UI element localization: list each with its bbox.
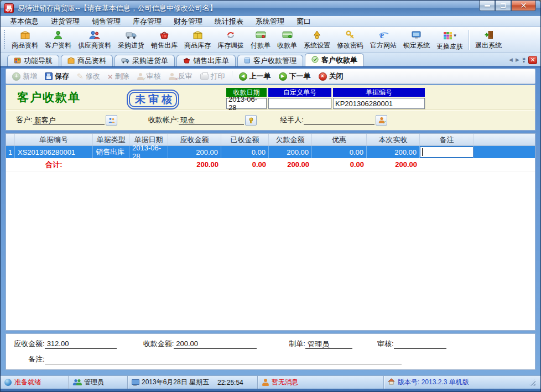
- tab-overflow-icon[interactable]: »▾: [522, 57, 526, 63]
- transfer-arrows-icon: [226, 29, 236, 40]
- col-remark[interactable]: 备注: [420, 134, 474, 145]
- doc-number-input[interactable]: KP201306280001: [333, 98, 425, 109]
- remark-cell[interactable]: [420, 146, 474, 158]
- toolbar-transfer-button[interactable]: 库存调拨: [214, 28, 247, 51]
- toolbar-stock-button[interactable]: 商品库存: [181, 28, 214, 51]
- maximize-button[interactable]: [495, 1, 511, 11]
- maximize-icon: [501, 3, 506, 8]
- toolbar-settings-button[interactable]: 系统设置: [300, 28, 334, 51]
- print-button[interactable]: 打印: [196, 70, 229, 82]
- supplier-persons-icon: [89, 29, 100, 40]
- summary-received-label: 收款金额:: [143, 339, 174, 349]
- message-person-icon: [262, 379, 269, 386]
- menu-item-window[interactable]: 窗口: [290, 16, 317, 27]
- toolbar-receipt-button[interactable]: 收款单: [274, 28, 300, 51]
- prev-record-button[interactable]: ◀ 上一单: [235, 70, 275, 82]
- menu-item-sales[interactable]: 销售管理: [86, 16, 127, 27]
- skin-dropdown-caret-icon[interactable]: ▾: [454, 33, 456, 38]
- doc-number-cell[interactable]: XS201306280001: [15, 146, 93, 158]
- toolbar-payment-button[interactable]: 付款单: [247, 28, 274, 51]
- doc-date-cell[interactable]: 2013-06-28: [129, 146, 168, 158]
- function-nav-icon: [14, 57, 21, 65]
- account-picker-button[interactable]: [245, 115, 257, 126]
- col-owed[interactable]: 欠款金额: [269, 134, 312, 145]
- toolbar-website-button[interactable]: e 官方网站: [367, 28, 400, 51]
- resize-grip[interactable]: [529, 379, 535, 386]
- customer-receipt-tab-icon: [311, 56, 319, 65]
- tab-close-icon[interactable]: ✕: [528, 56, 537, 64]
- toolbar-password-button[interactable]: 修改密码: [334, 28, 367, 51]
- account-field[interactable]: 现金: [179, 116, 244, 125]
- toolbar-skin-button[interactable]: ▾ 更换皮肤: [433, 28, 466, 51]
- tab-sales-order[interactable]: 销售出库单: [176, 55, 236, 66]
- status-ready-segment: 准备就绪: [1, 376, 69, 389]
- account-label: 收款帐户:: [148, 115, 179, 125]
- customer-field[interactable]: 新客户: [33, 116, 105, 125]
- custom-number-input[interactable]: [268, 98, 331, 109]
- handler-picker-button[interactable]: ✓: [376, 115, 387, 126]
- status-message-text: 暂无消息: [272, 378, 298, 387]
- actual-cell[interactable]: 200.00: [367, 146, 420, 158]
- toolbar-purchase-button[interactable]: 采购进货: [115, 28, 148, 51]
- audit-button[interactable]: ✓ 审核: [133, 70, 165, 82]
- receipt-mgmt-tab-icon: [244, 57, 251, 65]
- owed-cell[interactable]: 200.00: [269, 146, 312, 158]
- col-discount[interactable]: 优惠: [312, 134, 367, 145]
- toolbar-supplier-button[interactable]: 供应商资料: [75, 28, 115, 51]
- delete-button[interactable]: × 删除: [104, 70, 133, 82]
- remark-edit-input[interactable]: [420, 147, 474, 158]
- col-doc-number[interactable]: 单据编号: [15, 134, 93, 145]
- menu-item-reports[interactable]: 统计报表: [209, 16, 249, 27]
- tab-scroll-right-icon[interactable]: ▶: [516, 58, 519, 62]
- menu-item-basic-info[interactable]: 基本信息: [4, 16, 45, 27]
- status-message-segment[interactable]: 暂无消息: [258, 376, 384, 389]
- toolbar-exit-button[interactable]: 退出系统: [472, 28, 505, 51]
- tab-function-nav[interactable]: 功能导航: [7, 55, 59, 66]
- doc-toolbar-separator: [232, 71, 232, 82]
- next-record-button[interactable]: ▶ 下一单: [275, 70, 315, 82]
- receivable-cell[interactable]: 200.00: [168, 146, 221, 158]
- status-user-segment: 管理员: [69, 376, 128, 389]
- menu-item-inventory[interactable]: 库存管理: [127, 16, 168, 27]
- tab-receipt-management[interactable]: 客户收款管理: [237, 55, 303, 66]
- save-button[interactable]: 保存: [41, 70, 73, 82]
- customer-picker-button[interactable]: [106, 115, 117, 126]
- tab-goods-data[interactable]: 商品资料: [61, 55, 113, 66]
- col-receivable[interactable]: 应收金额: [168, 134, 221, 145]
- tab-purchase-order[interactable]: 采购进货单: [115, 55, 175, 66]
- doc-type-cell[interactable]: 销售出库: [93, 146, 129, 158]
- edit-button[interactable]: ✎ 修改: [73, 70, 104, 82]
- tab-customer-receipt[interactable]: 客户收款单: [305, 53, 364, 66]
- toolbar-customer-button[interactable]: 客户资料: [41, 28, 75, 51]
- menubar: 基本信息 进货管理 销售管理 库存管理 财务管理 统计报表 系统管理 窗口: [1, 16, 540, 27]
- menu-item-finance[interactable]: 财务管理: [168, 16, 209, 27]
- receipt-date-input[interactable]: 2013-06-28: [226, 98, 267, 109]
- status-time-text: 22:25:54: [217, 379, 243, 386]
- col-actual[interactable]: 本次实收: [367, 134, 420, 145]
- col-doc-type[interactable]: 单据类型: [93, 134, 129, 145]
- col-received[interactable]: 已收金额: [221, 134, 269, 145]
- toolbar-lock-button[interactable]: 锁定系统: [400, 28, 433, 51]
- minimize-button[interactable]: [479, 1, 495, 11]
- close-doc-button[interactable]: × 关闭: [315, 70, 347, 82]
- menu-item-system[interactable]: 系统管理: [249, 16, 290, 27]
- window-controls: ✕: [479, 1, 536, 11]
- unaudit-button[interactable]: × 反审: [165, 70, 196, 82]
- tab-scroll-left-icon[interactable]: ◀: [509, 58, 513, 62]
- app-logo-icon: 易: [4, 3, 14, 13]
- discount-cell[interactable]: 0.00: [312, 146, 367, 158]
- summary-auditor-value: [394, 339, 446, 349]
- table-row[interactable]: 1 XS201306280001 销售出库 2013-06-28 200.00 …: [6, 146, 535, 158]
- menu-item-purchasing[interactable]: 进货管理: [45, 16, 86, 27]
- status-date-text: 2013年6月28日 星期五: [142, 378, 209, 387]
- summary-panel: 应收金额: 312.00 收款金额: 200.00 制单: 管理员 审核: 备注…: [6, 333, 535, 370]
- received-cell[interactable]: 0.00: [221, 146, 269, 158]
- toolbar-sale-button[interactable]: 销售出库: [148, 28, 181, 51]
- receipt-date-group: 收款日期 2013-06-28: [226, 88, 267, 109]
- document-toolbar: + 新增 保存 ✎ 修改 × 删除 ✓ 审核 × 反审: [6, 69, 535, 84]
- toolbar-goods-button[interactable]: 商品资料: [8, 28, 41, 51]
- close-button[interactable]: ✕: [511, 1, 536, 11]
- summary-remark-value[interactable]: [45, 355, 402, 364]
- new-button[interactable]: + 新增: [8, 70, 41, 82]
- handler-field[interactable]: [304, 116, 374, 125]
